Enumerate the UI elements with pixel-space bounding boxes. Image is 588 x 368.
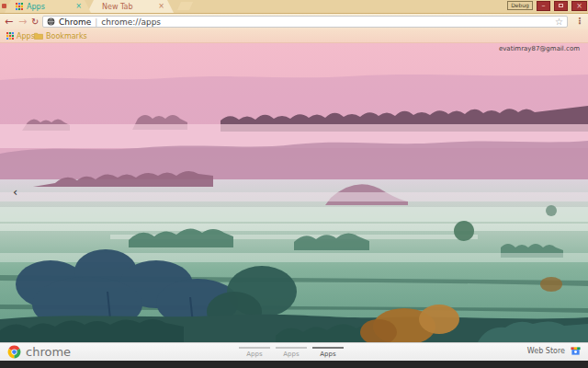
chrome-logo-icon <box>7 345 21 359</box>
wallpaper-image <box>0 43 588 342</box>
launcher-pages: Apps Apps Apps <box>236 345 346 358</box>
page-label: Apps <box>320 351 335 358</box>
back-button[interactable]: ← <box>5 15 13 29</box>
bookmark-star-icon[interactable]: ☆ <box>555 17 563 27</box>
bookmark-item-bookmarks[interactable]: Bookmarks <box>34 29 87 42</box>
launcher-page-1[interactable]: Apps <box>236 345 273 358</box>
tab-strip: Apps × New Tab × Debug – × <box>0 0 588 13</box>
maximize-icon <box>559 4 563 7</box>
bookmark-item-apps[interactable]: Apps <box>6 29 35 42</box>
apps-grid-icon <box>6 32 14 40</box>
close-button[interactable]: × <box>571 1 587 11</box>
minimize-button[interactable]: – <box>537 1 550 11</box>
folder-icon <box>34 32 43 40</box>
page-indicator-bar <box>239 347 270 349</box>
launcher-bar: chrome Apps Apps Apps Web Store <box>0 342 588 361</box>
page-indicator-bar <box>312 347 344 349</box>
toolbar: ← → ↻ Chrome | chrome://apps ☆ ⋮ <box>0 13 588 29</box>
bookmark-label: Bookmarks <box>46 32 87 40</box>
window-icon <box>2 4 6 8</box>
web-store-icon <box>571 346 581 356</box>
omnibox-url[interactable]: chrome://apps <box>101 17 555 27</box>
globe-icon <box>47 17 55 26</box>
tab-label: New Tab <box>102 3 154 11</box>
bookmarks-bar: Apps Bookmarks <box>0 29 588 43</box>
omnibox-site-name: Chrome <box>59 17 91 27</box>
maximize-button[interactable] <box>554 1 568 11</box>
web-store-link[interactable]: Web Store <box>527 346 581 356</box>
chrome-brand: chrome <box>7 345 71 359</box>
tab-label: Apps <box>27 3 72 11</box>
new-tab-button[interactable] <box>177 2 193 10</box>
chrome-brand-label: chrome <box>26 345 71 359</box>
taskbar-strip <box>0 361 588 368</box>
page-label: Apps <box>283 351 299 358</box>
launcher-page-2[interactable]: Apps <box>273 345 310 358</box>
omnibox-separator: | <box>95 17 97 27</box>
page-indicator-bar <box>276 347 307 349</box>
web-store-label: Web Store <box>527 347 565 355</box>
launcher-page-3[interactable]: Apps <box>310 345 346 358</box>
menu-dots-icon[interactable]: ⋮ <box>575 16 584 26</box>
profile-email[interactable]: evatimray87@gmail.com <box>499 45 580 52</box>
tab-new-tab[interactable]: New Tab × <box>87 0 174 13</box>
debug-badge[interactable]: Debug <box>507 1 533 10</box>
tab-close-icon[interactable]: × <box>158 3 164 10</box>
reload-button[interactable]: ↻ <box>31 15 39 29</box>
tab-close-icon[interactable]: × <box>75 3 82 10</box>
apps-grid-icon <box>16 3 23 10</box>
forward-button[interactable]: → <box>18 15 27 29</box>
apps-page-content: evatimray87@gmail.com ‹ <box>0 43 588 342</box>
page-back-chevron[interactable]: ‹ <box>13 186 17 198</box>
omnibox[interactable]: Chrome | chrome://apps ☆ <box>42 16 568 28</box>
tab-apps[interactable]: Apps × <box>5 0 91 13</box>
page-label: Apps <box>246 351 262 358</box>
bookmark-label: Apps <box>17 32 35 40</box>
